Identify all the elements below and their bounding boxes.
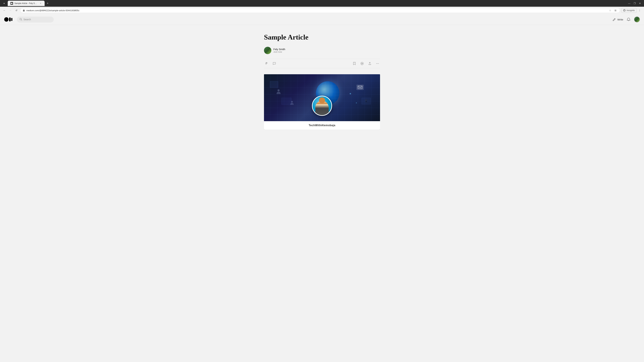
hero-caption: TechWithAlemsbaja [308, 124, 335, 127]
url-bar[interactable]: medium.com/@89f4222e/sample-article-0044… [20, 8, 620, 13]
action-left [264, 61, 352, 66]
action-bar [264, 59, 380, 68]
tab-favicon [10, 2, 13, 5]
svg-point-0 [11, 3, 12, 4]
author-info: Fely Smith Just now [273, 48, 285, 53]
medium-header: Search Write [0, 14, 644, 25]
address-bar: ← → ↺ medium.com/@89f4222e/sample-articl… [0, 7, 644, 14]
author-section: Fely Smith Just now [264, 47, 380, 54]
url-actions: ☆ ⊞ [608, 8, 618, 12]
svg-marker-13 [362, 63, 363, 64]
user-avatar[interactable] [634, 16, 640, 22]
play-icon [360, 62, 364, 65]
secure-icon [23, 9, 25, 11]
person-icon-1 [276, 88, 282, 94]
header-left: Search [4, 16, 54, 22]
svg-rect-1 [12, 3, 12, 4]
tab-dropdown-btn[interactable]: ▾ [2, 1, 6, 6]
comment-icon [272, 62, 276, 65]
article-container: Sample Article Fely Smith Just now [260, 25, 384, 130]
publish-time: Just now [273, 51, 285, 53]
header-right: Write [612, 16, 640, 22]
medium-page: Search Write [0, 14, 644, 356]
article-title: Sample Article [264, 33, 380, 41]
device-icon: 📱 [362, 98, 371, 104]
incognito-icon [623, 9, 626, 11]
svg-point-6 [4, 17, 8, 22]
bookmark-icon [352, 62, 356, 65]
browser-title-bar: ▾ Sample Article - Fely Smith - M... × +… [0, 0, 644, 7]
action-right [352, 61, 380, 66]
svg-rect-2 [23, 10, 25, 11]
active-tab[interactable]: Sample Article - Fely Smith - M... × [8, 1, 44, 6]
url-text: medium.com/@89f4222e/sample-article-0044… [26, 9, 607, 12]
avatar-image [634, 17, 640, 22]
search-bar[interactable]: Search [17, 16, 54, 22]
extensions-btn[interactable]: ⊞ [614, 8, 618, 12]
back-btn[interactable]: ← [2, 8, 7, 13]
window-controls: — ❐ ✕ [627, 1, 642, 6]
svg-point-14 [376, 63, 377, 64]
svg-point-16 [378, 63, 379, 64]
search-input[interactable]: Search [24, 18, 31, 21]
clap-btn[interactable] [264, 61, 269, 66]
notifications-btn[interactable] [626, 17, 630, 21]
svg-point-15 [377, 63, 378, 64]
author-avatar[interactable] [264, 47, 271, 54]
screen-icon-1 [270, 81, 278, 88]
screen-icon-2 [282, 98, 292, 105]
dot-1 [350, 93, 351, 94]
bookmark-star-btn[interactable]: ☆ [608, 8, 612, 12]
share-icon [368, 62, 372, 65]
svg-line-10 [21, 20, 22, 20]
reload-btn[interactable]: ↺ [14, 8, 19, 13]
medium-logo[interactable] [4, 17, 13, 22]
incognito-btn[interactable]: Incognito [621, 8, 636, 13]
restore-btn[interactable]: ❐ [632, 1, 637, 6]
author-name[interactable]: Fely Smith [273, 48, 285, 51]
hero-image-container: 📱 TechWithAlemsbaja [264, 74, 380, 130]
save-btn[interactable] [352, 61, 357, 66]
write-btn[interactable]: Write [612, 17, 623, 21]
browser-menu-btn[interactable]: ⋮ [637, 8, 642, 13]
person-icon-2 [290, 100, 294, 105]
hero-image-bg: 📱 [264, 74, 380, 121]
tab-bar: Sample Article - Fely Smith - M... × + [8, 1, 626, 6]
more-icon [376, 62, 379, 65]
svg-point-19 [291, 101, 293, 103]
svg-point-4 [624, 10, 624, 11]
search-icon [20, 18, 22, 21]
email-icon [356, 85, 364, 90]
forward-btn[interactable]: → [8, 8, 13, 13]
listen-btn[interactable] [360, 61, 364, 66]
svg-rect-17 [358, 86, 362, 89]
svg-rect-7 [9, 17, 11, 21]
more-btn[interactable] [375, 61, 380, 66]
svg-point-5 [624, 10, 625, 11]
browser-chrome: ▾ Sample Article - Fely Smith - M... × +… [0, 0, 644, 14]
caption-area: TechWithAlemsbaja [264, 121, 380, 130]
write-icon [612, 17, 616, 21]
share-btn[interactable] [367, 61, 372, 66]
person-silhouette [315, 101, 329, 116]
tab-close-btn[interactable]: × [39, 2, 42, 5]
browser-right-controls: Incognito ⋮ [621, 8, 642, 13]
new-tab-btn[interactable]: + [45, 1, 50, 6]
minimize-btn[interactable]: — [627, 1, 632, 6]
close-window-btn[interactable]: ✕ [638, 1, 642, 6]
clap-icon [265, 62, 268, 65]
person-circle [312, 96, 332, 116]
bell-icon [626, 17, 630, 21]
dot-2 [356, 102, 357, 103]
svg-rect-8 [11, 18, 12, 21]
svg-point-18 [278, 89, 280, 91]
incognito-label: Incognito [626, 9, 635, 11]
write-label: Write [617, 18, 623, 21]
tab-title: Sample Article - Fely Smith - M... [14, 2, 38, 4]
comment-btn[interactable] [272, 61, 277, 66]
